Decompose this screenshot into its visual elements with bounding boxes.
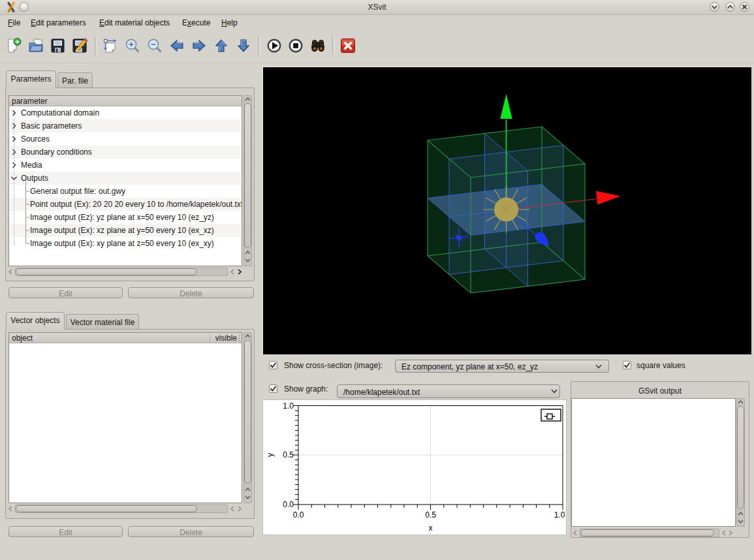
svg-text:0.5: 0.5 bbox=[283, 450, 294, 459]
svg-text:0.5: 0.5 bbox=[425, 510, 436, 520]
svg-text:1.0: 1.0 bbox=[554, 510, 565, 520]
svg-text:y: y bbox=[266, 453, 275, 457]
svg-text:x: x bbox=[429, 523, 433, 533]
svg-text:0.0: 0.0 bbox=[283, 500, 294, 509]
svg-text:0.0: 0.0 bbox=[293, 510, 304, 520]
svg-text:1.0: 1.0 bbox=[283, 401, 294, 411]
